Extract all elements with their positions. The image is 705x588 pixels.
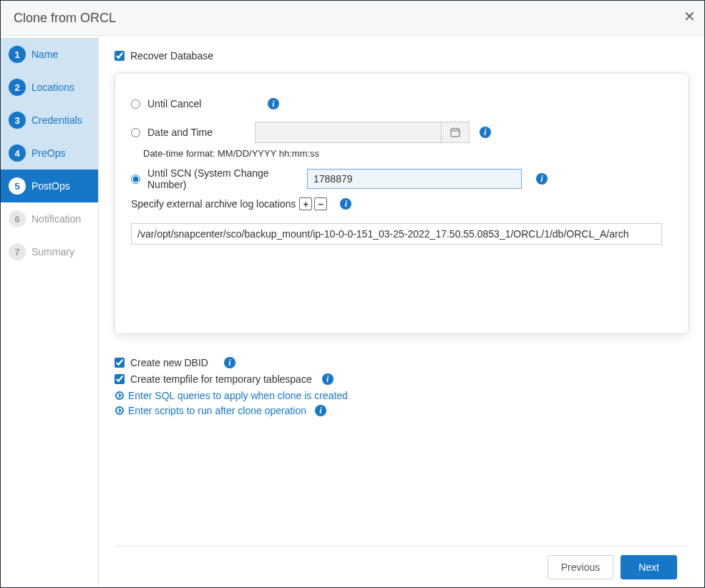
info-icon[interactable]: i [224,357,235,368]
date-format-hint: Date-time format: MM/DD/YYYY hh:mm:ss [143,148,672,159]
archive-log-label: Specify external archive log locations [131,198,296,210]
modal-footer: Previous Next [115,546,689,587]
wizard-step-postops[interactable]: 5PostOps [1,170,98,202]
info-icon[interactable]: i [340,198,351,210]
scn-input[interactable] [307,169,522,189]
svg-point-4 [116,392,123,399]
info-icon[interactable]: i [322,373,334,385]
scripts-label: Enter scripts to run after clone operati… [128,405,306,416]
until-scn-label: Until SCN (System Change Number) [147,167,307,190]
previous-button[interactable]: Previous [548,555,613,579]
chevron-right-icon [115,391,124,400]
date-time-radio[interactable] [131,128,140,137]
new-dbid-checkbox[interactable] [115,358,125,368]
step-label: Locations [31,82,74,93]
step-label: Summary [31,246,74,258]
modal-title: Clone from ORCL [14,11,116,26]
calendar-icon [450,127,460,137]
step-label: Credentials [31,114,82,126]
until-scn-row: Until SCN (System Change Number) i [131,166,672,192]
info-icon[interactable]: i [536,173,548,185]
wizard-step-notification: 6Notification [1,202,98,235]
scripts-expand[interactable]: Enter scripts to run after clone operati… [115,405,689,416]
step-number: 6 [9,210,26,227]
content-area: Recover Database Until Cancel i Date and… [99,36,704,587]
add-location-button[interactable]: + [299,197,312,210]
info-icon[interactable]: i [480,127,491,138]
date-time-row: Date and Time i [131,119,672,145]
close-icon[interactable]: ✕ [684,8,696,25]
svg-rect-0 [451,129,460,137]
archive-path-field[interactable]: /var/opt/snapcenter/sco/backup_mount/ip-… [131,223,662,245]
step-number: 2 [9,79,26,96]
recover-database-checkbox[interactable] [115,51,125,61]
step-number: 7 [9,243,26,260]
info-icon[interactable]: i [315,405,326,416]
step-label: Name [31,49,58,60]
step-label: Notification [31,213,81,225]
calendar-button[interactable] [441,122,470,143]
wizard-step-credentials[interactable]: 3Credentials [1,104,98,137]
tempfile-checkbox[interactable] [115,374,125,384]
step-number: 5 [9,177,26,195]
date-time-input[interactable] [255,122,441,143]
step-number: 1 [9,46,26,63]
wizard-sidebar: 1Name2Locations3Credentials4PreOps5PostO… [1,36,99,587]
chevron-right-icon [115,406,124,415]
new-dbid-label: Create new DBID [130,357,208,368]
until-cancel-row: Until Cancel i [131,91,672,117]
until-cancel-radio[interactable] [131,99,140,109]
wizard-step-preops[interactable]: 4PreOps [1,137,98,170]
step-label: PostOps [31,180,70,192]
until-cancel-label: Until Cancel [147,98,261,109]
step-number: 4 [9,144,26,162]
date-time-label: Date and Time [147,127,255,138]
next-button[interactable]: Next [621,555,677,579]
clone-modal: Clone from ORCL ✕ 1Name2Locations3Creden… [0,0,705,588]
post-options: Create new DBID i Create tempfile for te… [115,356,689,420]
remove-location-button[interactable]: − [314,197,327,210]
wizard-step-locations[interactable]: 2Locations [1,71,98,104]
tempfile-label: Create tempfile for temporary tablespace [130,373,312,385]
recover-panel: Until Cancel i Date and Time i Date-time… [115,73,689,334]
sql-queries-expand[interactable]: Enter SQL queries to apply when clone is… [115,390,689,401]
archive-log-row: Specify external archive log locations +… [131,197,672,210]
svg-point-5 [116,407,123,414]
wizard-step-summary: 7Summary [1,235,98,268]
recover-database-row: Recover Database [115,50,689,62]
info-icon[interactable]: i [268,98,279,109]
new-dbid-row: Create new DBID i [115,357,689,368]
until-scn-radio[interactable] [131,175,140,184]
recover-database-label: Recover Database [130,50,213,62]
tempfile-row: Create tempfile for temporary tablespace… [115,373,689,385]
modal-header: Clone from ORCL ✕ [1,1,704,36]
sql-queries-label: Enter SQL queries to apply when clone is… [128,390,348,401]
wizard-step-name[interactable]: 1Name [1,38,98,71]
step-label: PreOps [31,147,65,159]
step-number: 3 [9,112,26,129]
archive-path-text: /var/opt/snapcenter/sco/backup_mount/ip-… [137,228,628,240]
